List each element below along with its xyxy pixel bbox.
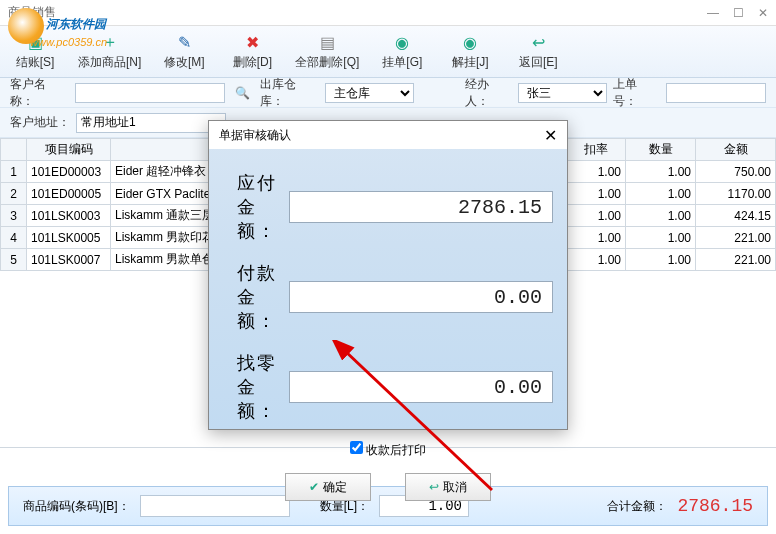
dialog-titlebar: 单据审核确认 ✕ <box>209 121 567 149</box>
change-label: 找零金额： <box>237 351 277 423</box>
paid-label: 付款金额： <box>237 261 277 333</box>
cancel-button[interactable]: ↩取消 <box>405 473 491 501</box>
paid-input[interactable] <box>289 281 553 313</box>
print-checkbox[interactable] <box>350 441 363 454</box>
check-icon: ✔ <box>309 480 319 494</box>
payable-input[interactable] <box>289 191 553 223</box>
dialog-title: 单据审核确认 <box>219 127 291 144</box>
change-input[interactable] <box>289 371 553 403</box>
print-checkbox-label[interactable]: 收款后打印 <box>350 442 427 457</box>
ok-button[interactable]: ✔确定 <box>285 473 371 501</box>
confirm-dialog: 单据审核确认 ✕ 应付金额： 付款金额： 找零金额： 收款后打印 ✔确定 ↩取消 <box>208 120 568 430</box>
cancel-icon: ↩ <box>429 480 439 494</box>
payable-label: 应付金额： <box>237 171 277 243</box>
dialog-close-icon[interactable]: ✕ <box>544 126 557 145</box>
